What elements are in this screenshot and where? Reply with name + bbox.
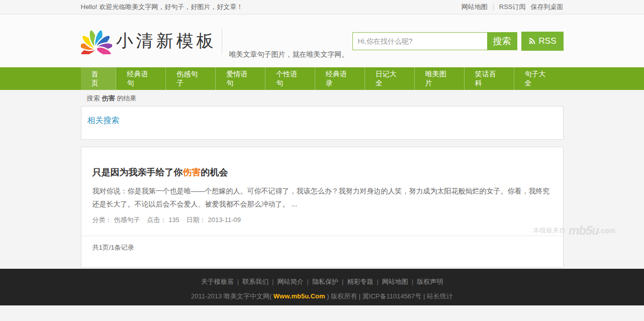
footer-link-about[interactable]: 关于模板居 bbox=[201, 278, 234, 285]
topbar-link-rss[interactable]: RSS订阅 bbox=[499, 3, 526, 12]
hits-value: 135 bbox=[168, 216, 179, 224]
rss-button[interactable]: RSS bbox=[521, 32, 564, 51]
topbar-separator: | bbox=[493, 4, 494, 11]
highlighted-keyword: 伤害 bbox=[183, 167, 201, 177]
template-watermark: 本模板来自 mb5u .com bbox=[533, 224, 615, 238]
result-item: 只是因为我亲手给了你伤害的机会 我对你说：你是我第一个也是唯——个想嫁的人。可你… bbox=[81, 147, 563, 236]
search-button[interactable]: 搜索 bbox=[487, 32, 517, 50]
nav-item-personality-phrases[interactable]: 个性语句 bbox=[265, 67, 315, 90]
footer-link-intro[interactable]: 网站简介 bbox=[278, 278, 304, 285]
mb5u-logo: mb5u bbox=[569, 224, 599, 238]
footer-copyright: 2011-2013 唯美文字中文网( Www.mb5u.Com ) 版权所有 |… bbox=[0, 292, 644, 301]
pagination-info: 共1页/1条记录 bbox=[81, 236, 563, 267]
search-area: 搜索 RSS bbox=[352, 32, 564, 51]
result-title-link[interactable]: 只是因为我亲手给了你伤害的机会 bbox=[93, 166, 552, 178]
category-link[interactable]: 伤感句子 bbox=[114, 216, 140, 224]
nav-item-sad-sentences[interactable]: 伤感句子 bbox=[165, 67, 215, 90]
hits-label: 点击： bbox=[147, 216, 166, 224]
topbar-link-save-desktop[interactable]: 保存到桌面 bbox=[531, 3, 564, 12]
search-results-box: 只是因为我亲手给了你伤害的机会 我对你说：你是我第一个也是唯——个想嫁的人。可你… bbox=[81, 147, 564, 268]
footer-links: 关于模板居|联系我们|网站简介|隐私保护|精彩专题|网站地图|版权声明 bbox=[0, 277, 644, 286]
nav-item-diary[interactable]: 日记大全 bbox=[364, 67, 414, 90]
result-meta: 分类：伤感句子 点击：135 日期：2013-11-09 bbox=[93, 216, 552, 225]
search-input[interactable] bbox=[353, 33, 488, 50]
footer-brand-link[interactable]: Www.mb5u.Com bbox=[273, 292, 325, 300]
header-divider bbox=[222, 28, 222, 54]
nav-item-classic-quotes[interactable]: 经典语录 bbox=[315, 67, 364, 90]
peacock-logo-icon bbox=[81, 26, 112, 56]
site-tagline: 唯美文章句子图片，就在唯美文字网。 bbox=[229, 50, 349, 67]
topbar: Hello! 欢迎光临唯美文字网，好句子，好图片，好文章！ 网站地图 | RSS… bbox=[0, 0, 644, 15]
footer: 关于模板居|联系我们|网站简介|隐私保护|精彩专题|网站地图|版权声明 2011… bbox=[0, 269, 644, 305]
topbar-link-sitemap[interactable]: 网站地图 bbox=[462, 3, 488, 12]
related-search-title: 相关搜索 bbox=[87, 116, 557, 126]
result-summary: 我对你说：你是我第一个也是唯——个想嫁的人。可你不记得了，我该怎么办？我努力对身… bbox=[93, 184, 552, 210]
nav-item-classic-phrases[interactable]: 经典语句 bbox=[116, 67, 165, 90]
footer-link-copyright[interactable]: 版权声明 bbox=[417, 278, 443, 285]
main-content: 搜索伤害的结果 相关搜索 只是因为我亲手给了你伤害的机会 我对你说：你是我第一个… bbox=[0, 90, 644, 268]
main-nav: 首页 经典语句 伤感句子 爱情语句 个性语句 经典语录 日记大全 唯美图片 笑话… bbox=[0, 67, 644, 90]
welcome-text: Hello! 欢迎光临唯美文字网，好句子，好图片，好文章！ bbox=[81, 3, 243, 12]
related-search-box: 相关搜索 bbox=[81, 106, 564, 140]
footer-link-contact[interactable]: 联系我们 bbox=[242, 278, 268, 285]
category-label: 分类： bbox=[93, 216, 112, 224]
date-value: 2013-11-09 bbox=[208, 216, 241, 224]
footer-link-topics[interactable]: 精彩专题 bbox=[347, 278, 373, 285]
nav-item-beautiful-pictures[interactable]: 唯美图片 bbox=[414, 67, 464, 90]
nav-item-jokes[interactable]: 笑话百科 bbox=[464, 67, 514, 90]
nav-item-love-phrases[interactable]: 爱情语句 bbox=[215, 67, 265, 90]
date-label: 日期： bbox=[186, 216, 206, 224]
nav-item-home[interactable]: 首页 bbox=[81, 67, 116, 90]
site-title: 小清新模板 bbox=[116, 30, 217, 53]
search-keyword: 伤害 bbox=[102, 94, 115, 102]
footer-link-privacy[interactable]: 隐私保护 bbox=[312, 278, 338, 285]
header: 小清新模板 唯美文章句子图片，就在唯美文字网。 搜索 RSS bbox=[0, 15, 644, 67]
breadcrumb: 搜索伤害的结果 bbox=[81, 90, 564, 106]
logo[interactable]: 小清新模板 bbox=[81, 15, 217, 67]
nav-item-sentence-collection[interactable]: 句子大全 bbox=[514, 67, 564, 90]
rss-icon bbox=[528, 37, 536, 45]
footer-link-sitemap[interactable]: 网站地图 bbox=[382, 278, 408, 285]
